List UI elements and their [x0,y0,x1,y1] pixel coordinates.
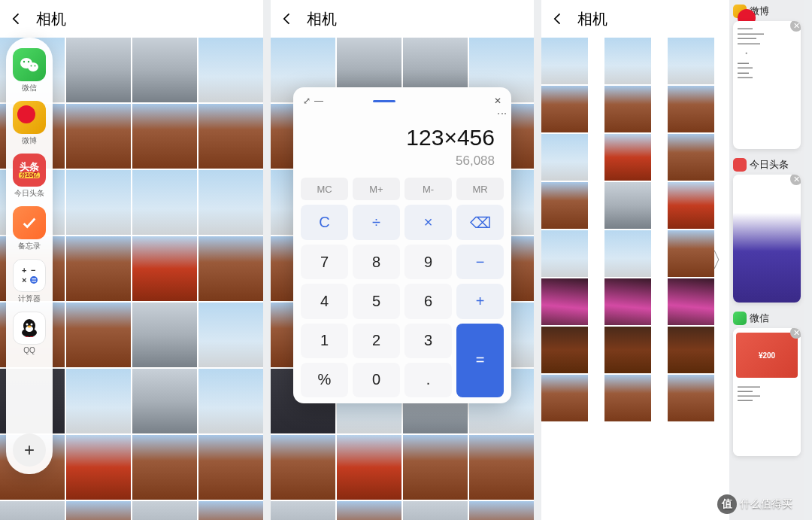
photo-thumb[interactable] [0,501,65,520]
photo-thumb[interactable] [604,86,651,132]
calc-key-9[interactable]: 9 [404,245,452,279]
photo-thumb[interactable] [198,38,263,102]
calc-key-multiply[interactable]: × [404,205,452,240]
dock-item-weibo[interactable]: 微博 [9,98,50,149]
photo-thumb[interactable] [668,38,714,84]
photo-thumb[interactable] [541,86,588,132]
back-icon[interactable] [280,11,295,26]
recent-preview[interactable]: ✕ ¥200 ▬▬▬▬▬▬▬▬▬▬▬▬▬▬▬▬▬▬▬▬ [733,328,801,456]
photo-thumb[interactable] [132,501,197,520]
photo-thumb[interactable] [668,182,714,229]
recent-preview[interactable]: ✕ [733,175,801,303]
calculator-window[interactable]: ⤢ — ✕ ⋮ 123×456 56,088 MC M+ M- MR C ÷ ×… [293,87,511,403]
photo-thumb[interactable] [541,327,588,373]
close-icon[interactable]: ✕ [492,95,504,107]
photo-thumb[interactable] [469,501,534,520]
close-icon[interactable]: ✕ [790,175,801,185]
photo-thumb[interactable] [469,435,534,500]
dock-item-memo[interactable]: 备忘录 [9,203,50,254]
photo-thumb[interactable] [604,278,651,325]
dock-item-calculator[interactable]: +−×= 计算器 [9,256,50,307]
photo-thumb[interactable] [198,104,263,169]
photo-thumb[interactable] [198,303,263,367]
calc-mminus[interactable]: M- [404,178,452,200]
photo-thumb[interactable] [541,375,588,421]
calc-key-8[interactable]: 8 [353,245,400,279]
photo-thumb[interactable] [541,278,588,325]
photo-thumb[interactable] [198,170,263,235]
photo-thumb[interactable] [132,104,197,169]
back-icon[interactable] [550,11,565,26]
photo-thumb[interactable] [66,38,131,102]
photo-thumb[interactable] [198,501,263,520]
photo-thumb[interactable] [198,369,263,433]
drag-handle[interactable] [373,100,395,102]
calc-titlebar[interactable]: ⤢ — ✕ [301,93,504,108]
calc-key-2[interactable]: 2 [353,324,400,358]
photo-thumb[interactable] [541,134,588,181]
dock-item-toutiao[interactable]: 头条 分10亿 今日头条 [9,151,50,202]
calc-mplus[interactable]: M+ [353,178,400,200]
calc-key-6[interactable]: 6 [404,284,452,318]
calc-key-subtract[interactable]: − [456,245,504,279]
photo-thumb[interactable] [604,230,651,277]
photo-thumb[interactable] [668,327,714,373]
photo-thumb[interactable] [66,104,131,169]
photo-thumb[interactable] [604,38,651,84]
photo-thumb[interactable] [337,435,401,500]
calc-key-equals[interactable]: = [456,324,504,397]
photo-thumb[interactable] [132,236,197,301]
photo-thumb[interactable] [541,182,588,229]
photo-thumb[interactable] [403,435,468,500]
calc-mc[interactable]: MC [301,178,348,200]
calc-key-0[interactable]: 0 [353,363,400,397]
calc-key-clear[interactable]: C [301,205,348,240]
photo-thumb[interactable] [604,327,651,373]
calc-key-dot[interactable]: . [404,363,452,397]
dock-item-qq[interactable]: QQ [9,309,50,357]
photo-thumb[interactable] [132,369,197,433]
photo-thumb[interactable] [198,435,263,500]
recent-item-weibo[interactable]: 微博 ✕ ▬▬▬▬▬▬▬▬▬▬▬▬▬▬▬▬▬▬▬▬▬▬ ●▬▬▬▬▬▬▬▬▬▬▬… [733,5,801,149]
recent-item-wechat[interactable]: 微信 ✕ ¥200 ▬▬▬▬▬▬▬▬▬▬▬▬▬▬▬▬▬▬▬▬ [733,312,801,456]
calc-key-5[interactable]: 5 [353,284,400,318]
photo-thumb[interactable] [132,38,197,102]
photo-thumb[interactable] [66,303,131,367]
close-icon[interactable]: ✕ [790,21,801,32]
expand-icon[interactable]: ⤢ [301,95,313,107]
calc-key-add[interactable]: + [456,284,504,318]
calc-key-1[interactable]: 1 [301,324,348,358]
calc-key-7[interactable]: 7 [301,245,348,279]
dock-item-wechat[interactable]: 微信 [9,45,50,96]
photo-thumb[interactable] [604,182,651,229]
calc-key-4[interactable]: 4 [301,284,348,318]
calc-key-3[interactable]: 3 [404,324,452,358]
photo-thumb[interactable] [604,375,651,421]
back-icon[interactable] [9,11,24,26]
photo-thumb[interactable] [668,86,714,132]
photo-thumb[interactable] [271,435,335,500]
photo-thumb[interactable] [668,230,714,277]
calc-key-divide[interactable]: ÷ [353,205,400,240]
photo-thumb[interactable] [668,134,714,181]
photo-thumb[interactable] [132,435,197,500]
photo-thumb[interactable] [337,501,401,520]
photo-thumb[interactable] [66,435,131,500]
photo-thumb[interactable] [66,501,131,520]
close-icon[interactable]: ✕ [790,328,801,339]
calc-mr[interactable]: MR [456,178,504,200]
photo-thumb[interactable] [541,38,588,84]
photo-thumb[interactable] [132,170,197,235]
recent-item-toutiao[interactable]: 今日头条 ✕ [733,158,801,303]
photo-thumb[interactable] [198,236,263,301]
photo-thumb[interactable] [668,375,714,421]
minimize-icon[interactable]: — [313,95,325,107]
photo-thumb[interactable] [604,134,651,181]
photo-thumb[interactable] [66,170,131,235]
photo-thumb[interactable] [271,501,335,520]
photo-thumb[interactable] [132,303,197,367]
calc-key-delete[interactable]: ⌫ [456,205,504,240]
dock-add-button[interactable]: + [13,433,46,467]
photo-thumb[interactable] [403,501,468,520]
recent-preview[interactable]: ✕ ▬▬▬▬▬▬▬▬▬▬▬▬▬▬▬▬▬▬▬▬▬▬ ●▬▬▬▬▬▬▬▬▬▬▬▬▬▬ [733,21,801,149]
